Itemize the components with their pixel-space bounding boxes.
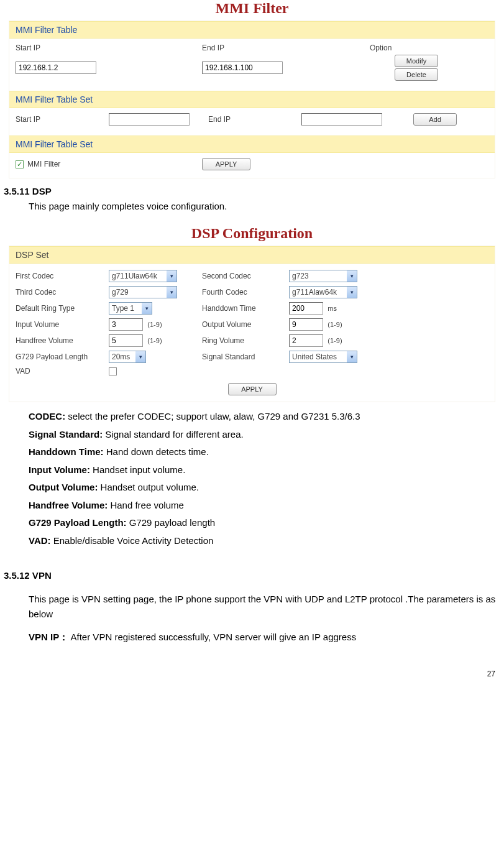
def-codec-term: CODEC: — [29, 411, 65, 421]
def-handfree: Handfree Volume: Hand free volume — [29, 499, 502, 513]
label-input-volume: Input Volume — [16, 320, 109, 329]
mmi-header-row: Start IP End IP Option — [9, 42, 495, 53]
input-volume-field[interactable] — [109, 318, 143, 331]
def-handdown-term: Handdown Time: — [29, 446, 104, 457]
label-output-volume: Output Volume — [202, 320, 289, 329]
g729-value: 20ms — [112, 352, 130, 361]
input-volume-hint: (1-9) — [147, 321, 162, 328]
def-input-desc: Handset input volume. — [90, 464, 185, 475]
vpn-heading: 3.5.12 VPN — [2, 570, 502, 581]
label-first-codec: First Codec — [16, 272, 109, 280]
modify-button[interactable]: Modify — [395, 55, 438, 67]
def-vpnip-desc: After VPN registered successfully, VPN s… — [68, 632, 356, 642]
handfree-volume-field[interactable] — [109, 334, 143, 347]
def-handdown: Handdown Time: Hand down detects time. — [29, 445, 502, 459]
def-output-desc: Handset output volume. — [98, 482, 199, 492]
dsp-heading: 3.5.11 DSP — [2, 186, 502, 196]
start-ip-field[interactable] — [16, 62, 96, 74]
def-vad-desc: Enable/disable Voice Activity Detection — [51, 535, 214, 546]
col-end-label: End IP — [202, 44, 370, 52]
def-codec: CODEC: select the prefer CODEC; support … — [29, 410, 502, 424]
def-handfree-desc: Hand free volume — [108, 500, 184, 510]
dsp-title: DSP Configuration — [2, 225, 502, 242]
label-handdown: Handdown Time — [202, 304, 289, 313]
def-vpnip: VPN IP： After VPN registered successfull… — [29, 630, 502, 645]
label-ring-volume: Ring Volume — [202, 336, 289, 345]
dsp-intro: This page mainly completes voice configu… — [29, 199, 502, 214]
def-handdown-desc: Hand down detects time. — [104, 446, 209, 457]
ring-volume-hint: (1-9) — [328, 337, 342, 344]
signal-select[interactable]: United States ▾ — [289, 351, 357, 363]
default-ring-value: Type 1 — [112, 304, 134, 313]
def-input-term: Input Volume: — [29, 464, 90, 475]
handdown-input[interactable] — [289, 302, 323, 315]
chevron-down-icon: ▾ — [142, 303, 152, 314]
label-third-codec: Third Codec — [16, 288, 109, 297]
set-start-label: Start IP — [16, 115, 109, 124]
def-signal-term: Signal Standard: — [29, 429, 103, 440]
mmi-data-row: Modify Delete — [9, 53, 495, 82]
def-input: Input Volume: Handset input volume. — [29, 463, 502, 477]
col-start-label: Start IP — [16, 44, 202, 52]
mmi-panel: MMI Filter Table Start IP End IP Option … — [9, 21, 495, 178]
mmi-filter-checkbox[interactable]: ✓ — [16, 160, 24, 168]
def-vad: VAD: Enable/disable Voice Activity Detec… — [29, 534, 502, 548]
page-number: 27 — [2, 670, 495, 678]
def-output: Output Volume: Handset output volume. — [29, 481, 502, 495]
first-codec-select[interactable]: g711Ulaw64k ▾ — [109, 270, 177, 282]
set-start-input[interactable] — [109, 113, 190, 126]
dsp-set-bar: DSP Set — [9, 246, 495, 264]
def-vad-term: VAD: — [29, 535, 51, 546]
second-codec-value: g723 — [292, 272, 309, 280]
vpn-intro: This page is VPN setting page, the IP ph… — [29, 592, 502, 622]
chevron-down-icon: ▾ — [135, 351, 145, 362]
def-codec-desc: select the prefer CODEC; support ulaw, a… — [65, 411, 360, 421]
def-signal-desc: Signal standard for different area. — [103, 429, 244, 440]
vad-checkbox[interactable] — [109, 367, 117, 375]
handdown-unit: ms — [328, 305, 337, 312]
third-codec-select[interactable]: g729 ▾ — [109, 286, 177, 298]
label-fourth-codec: Fourth Codec — [202, 288, 289, 297]
delete-button[interactable]: Delete — [395, 68, 438, 81]
signal-value: United States — [292, 352, 337, 361]
mmi-table-bar: MMI Filter Table — [9, 21, 495, 39]
add-button[interactable]: Add — [413, 113, 457, 126]
label-second-codec: Second Codec — [202, 272, 289, 280]
second-codec-select[interactable]: g723 ▾ — [289, 270, 357, 282]
col-option-label: Option — [370, 44, 463, 52]
label-default-ring: Default Ring Type — [16, 304, 109, 313]
default-ring-select[interactable]: Type 1 ▾ — [109, 302, 152, 315]
chevron-down-icon: ▾ — [347, 351, 357, 362]
g729-select[interactable]: 20ms ▾ — [109, 351, 146, 363]
third-codec-value: g729 — [112, 288, 129, 297]
label-g729: G729 Payload Length — [16, 352, 109, 361]
mmi-apply-row: ✓ MMI Filter APPLY — [9, 157, 495, 172]
chevron-down-icon: ▾ — [167, 270, 176, 282]
def-handfree-term: Handfree Volume: — [29, 500, 108, 510]
set-end-label: End IP — [208, 115, 301, 124]
fourth-codec-value: g711Alaw64k — [292, 288, 337, 297]
dsp-apply-button[interactable]: APPLY — [228, 383, 277, 395]
output-volume-hint: (1-9) — [328, 321, 342, 328]
dsp-panel: DSP Set First Codec g711Ulaw64k ▾ Second… — [9, 246, 495, 402]
output-volume-field[interactable] — [289, 318, 323, 331]
mmi-title: MMI Filter — [2, 0, 502, 17]
mmi-apply-button[interactable]: APPLY — [202, 158, 250, 170]
mmi-set-bar-2: MMI Filter Table Set — [9, 136, 495, 153]
def-g729-term: G729 Payload Length: — [29, 517, 127, 528]
mmi-set-row: Start IP End IP Add — [9, 112, 495, 127]
set-end-input[interactable] — [301, 113, 382, 126]
end-ip-field[interactable] — [202, 62, 283, 74]
mmi-set-bar-1: MMI Filter Table Set — [9, 91, 495, 108]
label-handfree-volume: Handfree Volume — [16, 336, 109, 345]
fourth-codec-select[interactable]: g711Alaw64k ▾ — [289, 286, 357, 298]
def-g729: G729 Payload Length: G729 payload length — [29, 516, 502, 530]
def-vpnip-term: VPN IP： — [29, 632, 68, 642]
ring-volume-field[interactable] — [289, 334, 323, 347]
dsp-grid: First Codec g711Ulaw64k ▾ Second Codec g… — [9, 267, 495, 378]
chevron-down-icon: ▾ — [347, 270, 357, 282]
chevron-down-icon: ▾ — [347, 287, 357, 298]
def-signal: Signal Standard: Signal standard for dif… — [29, 428, 502, 442]
label-signal: Signal Standard — [202, 352, 289, 361]
handfree-volume-hint: (1-9) — [147, 337, 162, 344]
